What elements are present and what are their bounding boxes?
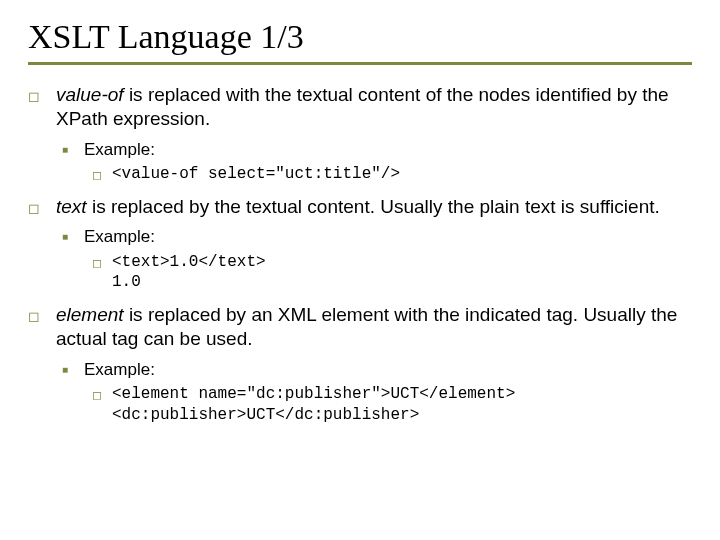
title-underline	[28, 62, 692, 65]
slide-content: ◻ value-of is replaced with the textual …	[28, 83, 692, 425]
term: text	[56, 196, 87, 217]
code-example: <element name="dc:publisher">UCT</elemen…	[112, 384, 515, 426]
rest: is replaced by an XML element with the i…	[56, 304, 677, 349]
term: value-of	[56, 84, 124, 105]
square-filled-bullet-icon: ■	[62, 226, 84, 247]
square-bullet-icon: ◻	[92, 384, 112, 426]
square-bullet-icon: ◻	[92, 164, 112, 185]
square-filled-bullet-icon: ■	[62, 359, 84, 380]
rest: is replaced by the textual content. Usua…	[87, 196, 660, 217]
sub-sub-bullet-item: ◻ <value-of select="uct:title"/>	[92, 164, 692, 185]
bullet-item: ◻ element is replaced by an XML element …	[28, 303, 692, 351]
term: element	[56, 304, 124, 325]
bullet-item: ◻ value-of is replaced with the textual …	[28, 83, 692, 131]
slide-title: XSLT Language 1/3	[28, 18, 692, 56]
code-example: <text>1.0</text> 1.0	[112, 252, 266, 294]
sub-bullet-item: ■ Example:	[62, 139, 692, 160]
sub-sub-bullet-item: ◻ <text>1.0</text> 1.0	[92, 252, 692, 294]
bullet-text: element is replaced by an XML element wi…	[56, 303, 692, 351]
square-bullet-icon: ◻	[92, 252, 112, 294]
square-bullet-icon: ◻	[28, 83, 56, 131]
example-label: Example:	[84, 359, 155, 380]
title-wrap: XSLT Language 1/3	[28, 18, 692, 56]
square-filled-bullet-icon: ■	[62, 139, 84, 160]
sub-bullet-item: ■ Example:	[62, 359, 692, 380]
sub-sub-bullet-item: ◻ <element name="dc:publisher">UCT</elem…	[92, 384, 692, 426]
example-label: Example:	[84, 226, 155, 247]
bullet-text: value-of is replaced with the textual co…	[56, 83, 692, 131]
bullet-item: ◻ text is replaced by the textual conten…	[28, 195, 692, 219]
code-example: <value-of select="uct:title"/>	[112, 164, 400, 185]
sub-bullet-item: ■ Example:	[62, 226, 692, 247]
square-bullet-icon: ◻	[28, 195, 56, 219]
slide: XSLT Language 1/3 ◻ value-of is replaced…	[0, 0, 720, 455]
example-label: Example:	[84, 139, 155, 160]
bullet-text: text is replaced by the textual content.…	[56, 195, 692, 219]
rest: is replaced with the textual content of …	[56, 84, 669, 129]
square-bullet-icon: ◻	[28, 303, 56, 351]
